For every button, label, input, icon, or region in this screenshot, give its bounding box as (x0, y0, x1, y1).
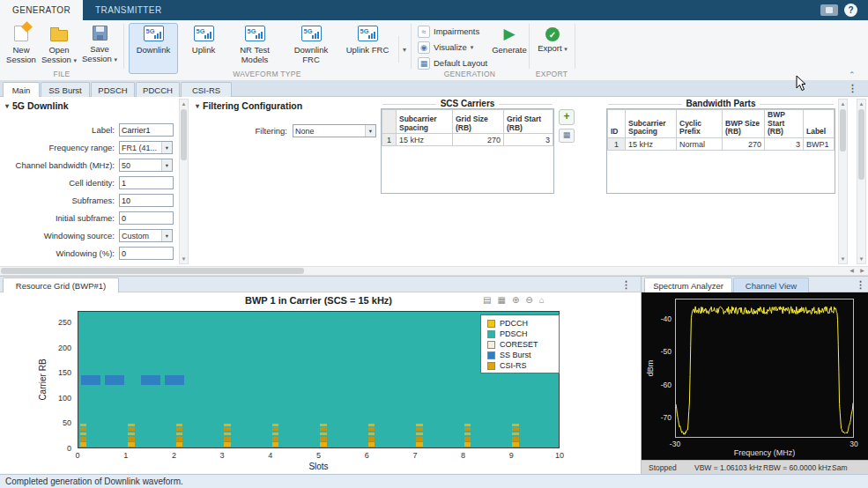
cell[interactable]: BWP1 (804, 137, 835, 150)
cell[interactable]: 15 kHz (397, 134, 453, 146)
legend-item: SS Burst (481, 350, 559, 360)
tab-channel-view[interactable]: Channel View (733, 277, 809, 292)
cell[interactable]: 270 (453, 134, 504, 146)
windowing-source-dropdown[interactable]: Custom▾ (119, 229, 173, 242)
tab-ss-burst[interactable]: SS Burst (41, 82, 90, 97)
cell[interactable]: 15 kHz (626, 137, 677, 150)
cell[interactable]: 3 (504, 134, 553, 146)
scroll-right-icon[interactable]: ▶ (857, 267, 867, 275)
button-label: Session (41, 55, 71, 64)
default-layout-button[interactable]: ▦ Default Layout (418, 56, 487, 70)
filtering-dropdown[interactable]: None▾ (293, 124, 376, 137)
field-label: Frequency range: (2, 143, 115, 152)
waveform-uplink-frc-button[interactable]: 5G Uplink FRC (340, 23, 395, 74)
tab-transmitter[interactable]: TRANSMITTER (83, 0, 174, 20)
scrollbar-thumb[interactable] (181, 109, 187, 160)
camera-icon[interactable] (820, 4, 838, 16)
tab-pdsch[interactable]: PDSCH (91, 82, 135, 97)
cell[interactable]: Normal (677, 137, 723, 150)
scroll-up-icon[interactable]: ▲ (857, 100, 865, 108)
visualize-dropdown[interactable]: ◉ Visualize ▾ (418, 41, 473, 54)
scroll-down-icon[interactable]: ▼ (839, 255, 847, 263)
add-carrier-button[interactable]: + (559, 109, 575, 125)
downlink-section-header[interactable]: ▾ 5G Downlink (5, 100, 69, 111)
waveform-downlink-button[interactable]: 5G Downlink (129, 23, 178, 74)
overflow-menu-icon[interactable]: ⋮ (848, 83, 857, 94)
tab-spectrum-analyzer[interactable]: Spectrum Analyzer (644, 277, 732, 292)
scroll-down-icon[interactable]: ▼ (857, 255, 865, 263)
save-session-button[interactable]: SaveSession ▾ (81, 23, 118, 74)
waveform-downlink-frc-button[interactable]: 5G DownlinkFRC (284, 23, 338, 74)
label-input[interactable] (119, 123, 174, 137)
waveform-uplink-button[interactable]: 5G Uplink (182, 23, 226, 74)
tables-scrollbar[interactable]: ▲ ▼ (838, 99, 848, 264)
carrier-table-options-button[interactable]: ▦ (559, 129, 575, 143)
section-label-generation: GENERATION (411, 70, 529, 78)
new-session-button[interactable]: NewSession (5, 23, 37, 74)
panel-scrollbar[interactable]: ▲ ▼ (857, 99, 866, 264)
legend-swatch (487, 320, 495, 328)
field-label: Cell identity: (2, 178, 115, 188)
panel-tab-strip: Spectrum Analyzer Channel View ⋮ (642, 277, 868, 292)
cell-identity-input[interactable] (119, 176, 174, 189)
scs-carriers-table[interactable]: Subcarrier Spacing Grid Size (RB) Grid S… (381, 108, 554, 194)
tab-csi-rs[interactable]: CSI-RS (181, 82, 232, 97)
cell[interactable]: 3 (765, 137, 804, 150)
button-label: Uplink (192, 45, 215, 55)
x-axis-ticks: -3030 (675, 440, 854, 448)
collapse-ribbon-icon[interactable]: ⌃ (849, 70, 856, 79)
dropdown-value: FR1 (41... (120, 144, 161, 152)
y-tick-label: -50 (661, 347, 671, 356)
overflow-menu-icon[interactable]: ⋮ (856, 279, 865, 291)
subframes-input[interactable] (119, 194, 174, 207)
ss-burst-block (105, 375, 124, 385)
button-label: Downlink (137, 45, 171, 55)
bandwidth-parts-table[interactable]: ID Subcarrier Spacing Cyclic Prefix BWP … (606, 108, 835, 194)
generate-button[interactable]: ▶ Generate (490, 23, 529, 74)
frequency-range-dropdown[interactable]: FR1 (41...▾ (119, 141, 173, 154)
export-button[interactable]: ✓ Export ▾ (534, 23, 571, 74)
scrollbar-thumb[interactable] (840, 109, 846, 152)
column-header (382, 110, 397, 134)
table-row[interactable]: 1 15 kHz Normal 270 3 BWP1 (608, 137, 835, 150)
impairments-checkbox[interactable]: ≈ Impairments (418, 25, 479, 38)
scroll-down-icon[interactable]: ▼ (180, 255, 188, 263)
legend-label: PDSCH (500, 329, 528, 338)
initial-subframe-input[interactable] (119, 211, 174, 225)
section-divider (411, 24, 412, 69)
tab-main[interactable]: Main (3, 82, 40, 97)
tab-pdcch[interactable]: PDCCH (136, 82, 180, 97)
windowing-percent-input[interactable] (119, 247, 174, 260)
channel-marker (128, 442, 135, 447)
overflow-menu-icon[interactable]: ⋮ (621, 279, 631, 291)
impairments-icon: ≈ (418, 26, 430, 38)
waveform-gallery-expand[interactable]: ▾ (398, 36, 410, 63)
scroll-up-icon[interactable]: ▲ (839, 100, 847, 108)
horizontal-scrollbar[interactable]: ◀ ▶ (0, 266, 868, 276)
scroll-left-icon[interactable]: ◀ (847, 267, 857, 275)
check-icon: ✓ (545, 27, 560, 41)
channel-bandwidth-dropdown[interactable]: 50▾ (119, 159, 173, 172)
scrollbar-thumb[interactable] (1, 268, 304, 274)
chart-title: BWP 1 in Carrier (SCS = 15 kHz) (78, 295, 560, 306)
cell[interactable]: 270 (723, 137, 765, 150)
table-row[interactable]: 1 15 kHz 270 3 (382, 134, 553, 146)
ss-burst-block (165, 375, 184, 385)
channel-marker (176, 437, 183, 441)
chevron-down-icon: ▾ (471, 44, 474, 51)
scroll-up-icon[interactable]: ▲ (180, 100, 188, 108)
scrollbar-thumb[interactable] (858, 109, 864, 180)
tab-resource-grid[interactable]: Resource Grid (BWP#1) (3, 277, 119, 292)
tab-generator[interactable]: GENERATOR (0, 0, 83, 20)
form-scrollbar[interactable]: ▲ ▼ (179, 99, 189, 264)
channel-marker (176, 433, 183, 436)
spectrum-plot[interactable] (675, 299, 854, 438)
waveform-nr-test-models-button[interactable]: 5G NR TestModels (227, 23, 282, 74)
channel-marker (80, 437, 87, 441)
x-tick-label: 6 (365, 451, 369, 460)
filtering-section-header[interactable]: ▾ Filtering Configuration (196, 100, 302, 111)
x-tick-label: 5 (316, 451, 321, 460)
5g-icon: 5G (144, 26, 164, 41)
open-session-button[interactable]: OpenSession ▾ (41, 23, 78, 74)
help-icon[interactable]: ? (844, 4, 857, 17)
